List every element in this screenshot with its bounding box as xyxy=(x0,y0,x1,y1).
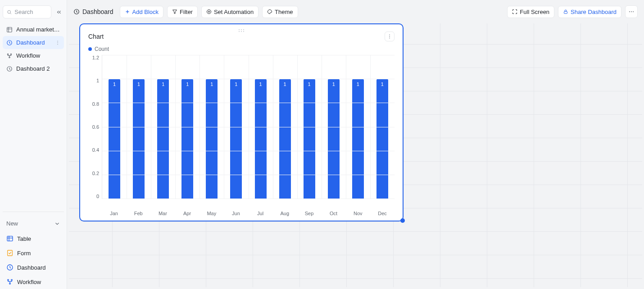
svg-point-20 xyxy=(9,283,11,284)
svg-line-1 xyxy=(10,13,11,14)
bar-value-label: 1 xyxy=(255,81,267,87)
chart-bar[interactable]: 1 xyxy=(352,79,364,199)
more-horizontal-icon xyxy=(628,9,635,15)
sidebar-item-label: Dashboard 2 xyxy=(16,65,50,72)
sidebar: Annual marketing... Dashboard Workflow D… xyxy=(0,0,67,289)
bar-value-label: 1 xyxy=(230,81,242,87)
chart-card[interactable]: Chart Count 1.210.80.60.40.20 1111111111… xyxy=(79,23,404,221)
gauge-icon xyxy=(6,40,13,46)
more-vertical-icon[interactable] xyxy=(55,40,60,45)
chart-bar[interactable]: 1 xyxy=(279,79,291,199)
svg-point-6 xyxy=(57,41,58,41)
new-item-table[interactable]: Table xyxy=(3,231,64,246)
svg-point-10 xyxy=(10,54,11,54)
y-tick: 0.2 xyxy=(92,171,99,176)
svg-point-39 xyxy=(389,38,390,39)
chart-card-menu[interactable] xyxy=(385,32,395,41)
gauge-icon xyxy=(73,9,80,15)
sidebar-item-dashboard[interactable]: Dashboard xyxy=(3,36,64,49)
plus-icon xyxy=(125,9,130,14)
svg-point-31 xyxy=(239,29,240,30)
x-tick: Oct xyxy=(322,208,346,216)
new-section: New Table Form Dashboard Workflow xyxy=(3,212,64,289)
svg-point-30 xyxy=(633,11,634,12)
bar-value-label: 1 xyxy=(352,81,364,87)
x-tick: Aug xyxy=(272,208,297,216)
add-block-button[interactable]: Add Block xyxy=(120,6,164,18)
legend-dot-icon xyxy=(88,47,92,51)
workflow-icon xyxy=(6,53,13,59)
chart-bar[interactable]: 1 xyxy=(255,79,267,199)
set-automation-button[interactable]: Set Automation xyxy=(201,6,259,18)
collapse-sidebar-button[interactable] xyxy=(54,7,64,17)
palette-icon xyxy=(267,9,272,14)
chart-title: Chart xyxy=(88,33,104,40)
page-title: Dashboard xyxy=(73,8,116,15)
new-item-workflow[interactable]: Workflow xyxy=(3,275,64,289)
chart-plot: 111111111111 xyxy=(102,55,395,199)
svg-point-35 xyxy=(241,31,242,32)
sidebar-item-workflow[interactable]: Workflow xyxy=(3,49,64,62)
svg-point-28 xyxy=(629,11,630,12)
chart-bar[interactable]: 1 xyxy=(181,79,193,199)
svg-point-29 xyxy=(631,11,632,12)
workflow-icon xyxy=(6,278,14,285)
main: Dashboard Add Block Filter Set Automatio… xyxy=(67,0,644,289)
share-dashboard-button[interactable]: Share Dashboard xyxy=(558,6,621,18)
svg-point-19 xyxy=(11,280,13,281)
x-tick: Apr xyxy=(175,208,200,216)
x-tick: Sep xyxy=(297,208,321,216)
y-tick: 1 xyxy=(96,78,99,83)
topbar-more-button[interactable] xyxy=(625,5,638,18)
sidebar-item-annual-marketing[interactable]: Annual marketing... xyxy=(3,23,64,36)
bar-value-label: 1 xyxy=(304,81,315,87)
svg-point-8 xyxy=(57,44,58,45)
svg-point-11 xyxy=(9,57,10,58)
bar-value-label: 1 xyxy=(109,81,120,87)
y-tick: 0.6 xyxy=(92,124,99,130)
svg-point-37 xyxy=(389,35,390,36)
chart-legend: Count xyxy=(88,46,395,52)
search-box[interactable] xyxy=(3,5,51,18)
full-screen-button[interactable]: Full Screen xyxy=(507,6,554,18)
svg-marker-24 xyxy=(173,10,177,14)
new-item-label: Form xyxy=(17,250,31,257)
chart-bar[interactable]: 1 xyxy=(230,79,242,199)
sidebar-item-dashboard-2[interactable]: Dashboard 2 xyxy=(3,62,64,75)
svg-point-33 xyxy=(243,29,244,30)
bar-value-label: 1 xyxy=(206,81,218,87)
y-tick: 0 xyxy=(96,194,99,199)
resize-handle[interactable] xyxy=(400,218,405,223)
dashboard-canvas[interactable]: Chart Count 1.210.80.60.40.20 1111111111… xyxy=(69,23,642,287)
new-item-label: Workflow xyxy=(17,279,41,285)
svg-point-18 xyxy=(8,280,9,281)
chart-bar[interactable]: 1 xyxy=(376,79,388,199)
svg-point-9 xyxy=(7,54,8,54)
grip-icon xyxy=(238,29,245,32)
drag-handle[interactable] xyxy=(238,29,245,32)
x-tick: Jun xyxy=(224,208,248,216)
legend-label: Count xyxy=(95,46,109,52)
sidebar-item-label: Annual marketing... xyxy=(16,26,60,33)
chevron-double-left-icon xyxy=(56,9,62,15)
chart-bar[interactable]: 1 xyxy=(328,79,340,199)
x-tick: Feb xyxy=(126,208,150,216)
chart-bar[interactable]: 1 xyxy=(157,79,169,199)
new-section-toggle[interactable]: New xyxy=(3,217,64,231)
theme-button[interactable]: Theme xyxy=(262,6,298,18)
chart-bar[interactable]: 1 xyxy=(133,79,145,199)
chart-bar[interactable]: 1 xyxy=(206,79,218,199)
gauge-icon xyxy=(6,264,14,271)
chart-bar[interactable]: 1 xyxy=(109,79,120,199)
bar-value-label: 1 xyxy=(181,81,193,87)
svg-rect-2 xyxy=(7,27,12,32)
svg-rect-16 xyxy=(8,250,13,256)
search-input[interactable] xyxy=(14,9,47,15)
new-item-dashboard[interactable]: Dashboard xyxy=(3,260,64,275)
filter-button[interactable]: Filter xyxy=(167,6,198,18)
search-icon xyxy=(7,9,12,15)
svg-point-25 xyxy=(207,10,211,14)
chart-bar[interactable]: 1 xyxy=(304,79,315,199)
x-tick: Nov xyxy=(346,208,370,216)
new-item-form[interactable]: Form xyxy=(3,246,64,260)
